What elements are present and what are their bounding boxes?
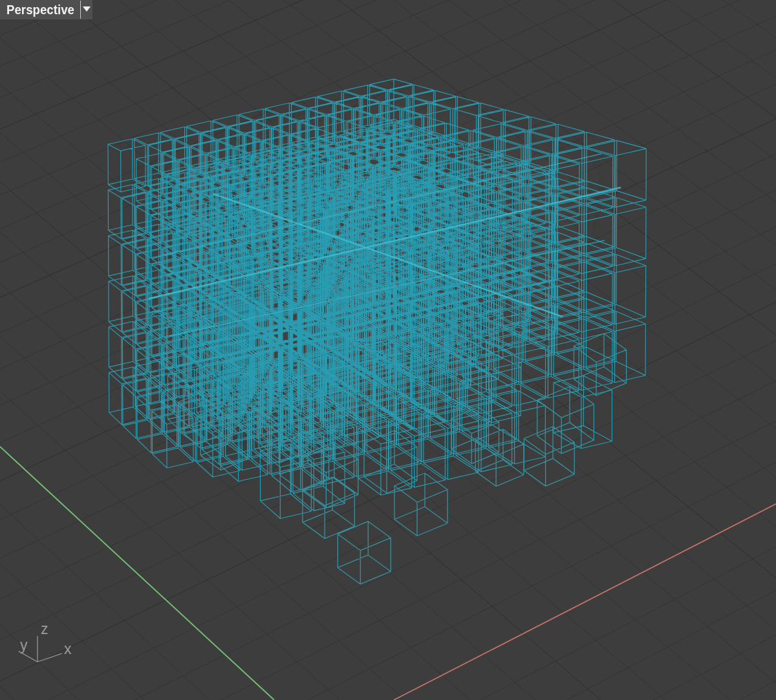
- svg-text:z: z: [41, 620, 48, 637]
- svg-text:y: y: [20, 637, 28, 653]
- svg-text:x: x: [64, 641, 72, 657]
